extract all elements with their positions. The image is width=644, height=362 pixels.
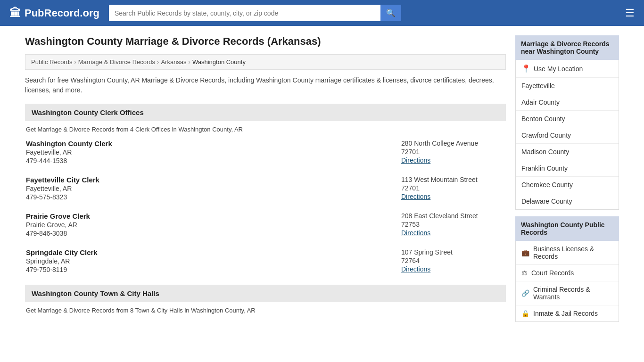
clerk-section-subtitle: Get Marriage & Divorce Records from 4 Cl…: [25, 126, 506, 133]
directions-link[interactable]: Directions: [401, 156, 430, 164]
sidebar-record-label: Business Licenses & Records: [533, 245, 613, 260]
clerk-city-state: Fayetteville, AR: [26, 185, 99, 192]
sidebar-nearby-title: Marriage & Divorce Records near Washingt…: [515, 35, 619, 60]
town-section-header: Washington County Town & City Halls: [25, 285, 506, 302]
clerk-phone: 479-575-8323: [26, 193, 99, 201]
breadcrumb-public-records[interactable]: Public Records: [31, 58, 72, 66]
clerk-left: Prairie Grove Clerk Prairie Grove, AR 47…: [26, 212, 90, 238]
sidebar-item-business-licenses[interactable]: 💼 Business Licenses & Records: [516, 241, 619, 265]
sidebar-item-adair-county[interactable]: Adair County: [516, 94, 619, 111]
breadcrumb-current: Washington County: [192, 58, 246, 66]
breadcrumb-sep-1: ›: [74, 58, 76, 66]
clerk-phone: 479-750-8119: [26, 266, 98, 273]
clerk-section-header: Washington County Clerk Offices: [25, 104, 506, 121]
clerk-name: Washington County Clerk: [26, 140, 112, 148]
link-icon: 🔗: [521, 289, 529, 297]
clerk-right: 280 North College Avenue 72701 Direction…: [401, 140, 505, 165]
clerk-street: 107 Spring Street: [401, 248, 505, 256]
clerk-zip: 72753: [401, 221, 505, 228]
clerk-entry: Washington County Clerk Fayetteville, AR…: [25, 140, 506, 165]
clerk-right: 113 West Mountain Street 72701 Direction…: [401, 176, 505, 202]
sidebar-item-benton-county[interactable]: Benton County: [516, 111, 619, 127]
clerk-name: Prairie Grove Clerk: [26, 212, 90, 220]
logo-link[interactable]: 🏛 PubRecord.org: [9, 7, 99, 20]
clerk-street: 208 East Cleveland Street: [401, 212, 505, 220]
clerk-entry: Prairie Grove Clerk Prairie Grove, AR 47…: [25, 212, 506, 238]
sidebar-item-inmate-records[interactable]: 🔒 Inmate & Jail Records: [516, 305, 619, 321]
breadcrumb-marriage-records[interactable]: Marriage & Divorce Records: [78, 58, 155, 66]
clerk-left: Washington County Clerk Fayetteville, AR…: [26, 140, 112, 165]
sidebar-record-label: Criminal Records & Warrants: [533, 286, 613, 301]
clerk-zip: 72701: [401, 184, 505, 192]
breadcrumb: Public Records › Marriage & Divorce Reco…: [25, 54, 506, 70]
clerk-left: Springdale City Clerk Springdale, AR 479…: [26, 248, 98, 274]
search-icon: 🔍: [386, 9, 396, 17]
site-header: 🏛 PubRecord.org 🔍 ☰: [0, 0, 644, 26]
sidebar-nearby-list: 📍 Use My Location Fayetteville Adair Cou…: [515, 60, 619, 210]
search-bar: 🔍: [109, 5, 401, 21]
clerk-phone: 479-444-1538: [26, 157, 112, 165]
clerk-left: Fayetteville City Clerk Fayetteville, AR…: [26, 176, 99, 202]
clerk-name: Springdale City Clerk: [26, 248, 98, 256]
clerk-right: 208 East Cleveland Street 72753 Directio…: [401, 212, 505, 238]
sidebar-item-fayetteville[interactable]: Fayetteville: [516, 78, 619, 94]
directions-link[interactable]: Directions: [401, 229, 430, 237]
menu-icon[interactable]: ☰: [625, 7, 635, 19]
clerk-entry: Fayetteville City Clerk Fayetteville, AR…: [25, 176, 506, 202]
clerk-zip: 72764: [401, 257, 505, 264]
logo-text: PubRecord.org: [25, 7, 99, 19]
directions-link[interactable]: Directions: [401, 193, 430, 200]
sidebar-item-label: Use My Location: [534, 65, 583, 73]
clerk-city-state: Prairie Grove, AR: [26, 221, 90, 229]
clerk-right: 107 Spring Street 72764 Directions: [401, 248, 505, 274]
sidebar-item-crawford-county[interactable]: Crawford County: [516, 127, 619, 144]
sidebar-record-label: Inmate & Jail Records: [533, 310, 598, 317]
location-icon: 📍: [521, 64, 531, 73]
search-button[interactable]: 🔍: [380, 5, 401, 21]
sidebar-record-label: Court Records: [531, 269, 574, 277]
page-description: Search for free Washington County, AR Ma…: [25, 75, 506, 95]
sidebar-item-criminal-records[interactable]: 🔗 Criminal Records & Warrants: [516, 281, 619, 305]
sidebar-item-use-location[interactable]: 📍 Use My Location: [516, 60, 619, 78]
clerk-zip: 72701: [401, 148, 505, 156]
sidebar: Marriage & Divorce Records near Washingt…: [515, 35, 619, 322]
town-section-subtitle: Get Marriage & Divorce Records from 8 To…: [25, 307, 506, 314]
clerk-city-state: Fayetteville, AR: [26, 148, 112, 156]
main-container: Washington County Marriage & Divorce Rec…: [16, 26, 628, 331]
search-input[interactable]: [109, 6, 380, 21]
directions-link[interactable]: Directions: [401, 265, 430, 273]
logo-icon: 🏛: [9, 7, 21, 20]
sidebar-item-cherokee-county[interactable]: Cherokee County: [516, 177, 619, 193]
sidebar-item-madison-county[interactable]: Madison County: [516, 144, 619, 160]
clerk-phone: 479-846-3038: [26, 230, 90, 237]
breadcrumb-sep-2: ›: [157, 58, 159, 66]
sidebar-item-court-records[interactable]: ⚖ Court Records: [516, 265, 619, 281]
sidebar-records-list: 💼 Business Licenses & Records ⚖ Court Re…: [515, 241, 619, 322]
clerk-street: 113 West Mountain Street: [401, 176, 505, 183]
clerk-city-state: Springdale, AR: [26, 257, 98, 265]
briefcase-icon: 💼: [521, 249, 529, 256]
content-area: Washington County Marriage & Divorce Rec…: [25, 35, 506, 322]
clerk-street: 280 North College Avenue: [401, 140, 505, 147]
breadcrumb-sep-3: ›: [189, 58, 190, 66]
clerk-name: Fayetteville City Clerk: [26, 176, 99, 184]
scales-icon: ⚖: [521, 269, 528, 277]
page-title: Washington County Marriage & Divorce Rec…: [25, 35, 506, 48]
lock-icon: 🔒: [521, 310, 529, 317]
breadcrumb-arkansas[interactable]: Arkansas: [161, 58, 186, 66]
sidebar-item-franklin-county[interactable]: Franklin County: [516, 160, 619, 177]
clerk-entry: Springdale City Clerk Springdale, AR 479…: [25, 248, 506, 274]
sidebar-item-delaware-county[interactable]: Delaware County: [516, 193, 619, 209]
sidebar-public-records-title: Washington County Public Records: [515, 216, 619, 241]
